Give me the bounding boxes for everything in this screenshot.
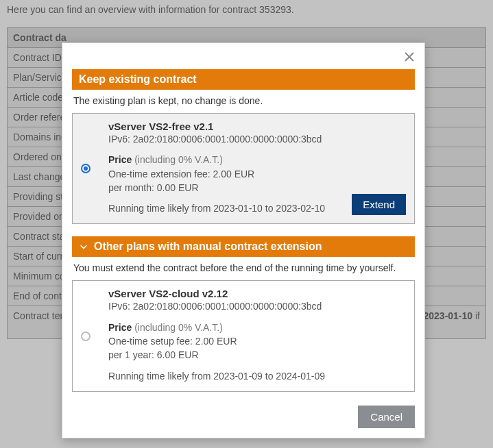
plan-title: vServer VS2-cloud v2.12 bbox=[108, 288, 406, 299]
plan-ipv6: IPv6: 2a02:0180:0006:0001:0000:0000:0000… bbox=[108, 132, 406, 146]
plan-per: per 1 year: 6.00 EUR bbox=[108, 348, 406, 362]
close-icon[interactable] bbox=[401, 49, 418, 65]
section-other-plans-title: Other plans with manual contract extensi… bbox=[94, 240, 322, 253]
extend-button[interactable]: Extend bbox=[352, 194, 406, 215]
plan-title: vServer VS2-free v2.1 bbox=[108, 121, 406, 132]
section-keep-existing-sub: The existing plan is kept, no change is … bbox=[72, 90, 415, 113]
extend-contract-modal: Keep existing contract The existing plan… bbox=[62, 42, 425, 438]
chevron-down-icon bbox=[79, 242, 88, 251]
vat-text: (including 0% V.A.T.) bbox=[132, 322, 223, 333]
plan-running: Running time likely from 2023-01-09 to 2… bbox=[108, 369, 406, 383]
cancel-button[interactable]: Cancel bbox=[358, 406, 415, 428]
radio-unselected[interactable] bbox=[81, 332, 91, 341]
section-keep-existing-title: Keep existing contract bbox=[79, 73, 197, 86]
plan-ipv6: IPv6: 2a02:0180:0006:0001:0000:0000:0000… bbox=[108, 299, 406, 313]
price-label: Price bbox=[108, 322, 132, 333]
section-other-plans-header[interactable]: Other plans with manual contract extensi… bbox=[72, 236, 415, 257]
plan-option-cloud[interactable]: vServer VS2-cloud v2.12 IPv6: 2a02:0180:… bbox=[72, 280, 415, 391]
plan-fee: One-time extension fee: 2.00 EUR bbox=[108, 167, 406, 181]
plan-option-existing[interactable]: vServer VS2-free v2.1 IPv6: 2a02:0180:00… bbox=[72, 113, 415, 224]
section-keep-existing-header: Keep existing contract bbox=[72, 69, 415, 90]
price-label: Price bbox=[108, 154, 132, 165]
plan-per: per month: 0.00 EUR bbox=[108, 181, 406, 195]
radio-selected[interactable] bbox=[81, 164, 91, 173]
plan-fee: One-time setup fee: 2.00 EUR bbox=[108, 334, 406, 348]
section-other-plans-sub: You must extend the contract before the … bbox=[72, 257, 415, 280]
vat-text: (including 0% V.A.T.) bbox=[132, 154, 223, 165]
